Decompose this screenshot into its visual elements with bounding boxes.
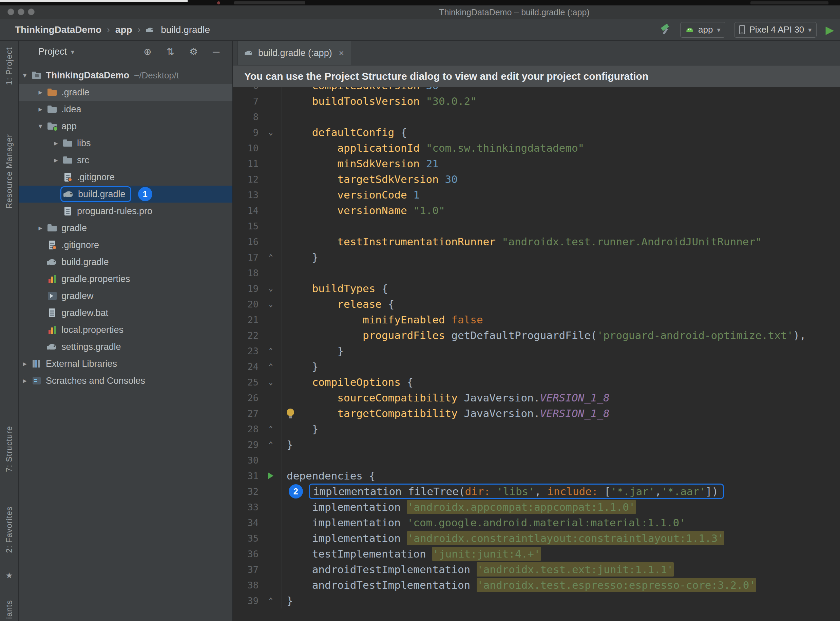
- fold-marker-icon[interactable]: ⌄: [260, 300, 282, 308]
- tree-item--gitignore[interactable]: .gitignore: [19, 169, 232, 186]
- tree-item--gitignore[interactable]: .gitignore: [19, 236, 232, 253]
- code-line-8[interactable]: 8: [233, 109, 840, 124]
- code-line-26[interactable]: 26 sourceCompatibility JavaVersion.VERSI…: [233, 390, 840, 406]
- fold-marker-icon[interactable]: ⌄: [260, 129, 282, 136]
- tree-item-local-properties[interactable]: local.properties: [19, 321, 232, 338]
- code-line-27[interactable]: 27 targetCompatibility JavaVersion.VERSI…: [233, 406, 840, 421]
- code-line-21[interactable]: 21 minifyEnabled false: [233, 312, 840, 327]
- tree-item-src[interactable]: ▸src: [19, 152, 232, 169]
- fold-marker-icon[interactable]: ⌃: [260, 441, 282, 448]
- editor-tab-build-gradle[interactable]: build.gradle (:app) ×: [238, 41, 351, 65]
- chevron-right-icon[interactable]: ▸: [50, 156, 62, 164]
- code-text[interactable]: }: [282, 593, 840, 609]
- code-text[interactable]: [282, 452, 840, 468]
- code-line-38[interactable]: 38 androidTestImplementation 'androidx.t…: [233, 577, 840, 593]
- code-line-36[interactable]: 36 testImplementation 'junit:junit:4.+': [233, 546, 840, 562]
- code-text[interactable]: implementation fileTree(dir: 'libs', inc…: [282, 483, 840, 499]
- tree-item-gradlew-bat[interactable]: gradlew.bat: [19, 304, 232, 321]
- breadcrumb-module[interactable]: app: [115, 24, 132, 35]
- code-text[interactable]: androidTestImplementation 'androidx.test…: [282, 562, 840, 577]
- tree-item-build-gradle[interactable]: build.gradle1: [19, 186, 232, 203]
- code-text[interactable]: release {: [282, 296, 840, 312]
- code-line-23[interactable]: 23⌃ }: [233, 343, 840, 359]
- tool-button-variants-clipped[interactable]: iants: [5, 600, 14, 619]
- code-line-31[interactable]: 31dependencies {: [233, 468, 840, 483]
- code-text[interactable]: proguardFiles getDefaultProguardFile('pr…: [282, 327, 840, 343]
- fold-marker-icon[interactable]: ⌃: [260, 363, 282, 370]
- tree-item-proguard-rules-pro[interactable]: proguard-rules.pro: [19, 203, 232, 220]
- code-line-18[interactable]: 18: [233, 265, 840, 281]
- chevron-right-icon[interactable]: ▸: [34, 89, 47, 96]
- code-text[interactable]: implementation 'androidx.appcompat:appco…: [282, 499, 840, 515]
- code-text[interactable]: targetSdkVersion 30: [282, 171, 840, 187]
- code-text[interactable]: testImplementation 'junit:junit:4.+': [282, 546, 840, 562]
- tree-item-libs[interactable]: ▸libs: [19, 135, 232, 152]
- tree-item-gradle[interactable]: ▸gradle: [19, 220, 232, 236]
- code-text[interactable]: androidTestImplementation 'androidx.test…: [282, 577, 840, 593]
- code-text[interactable]: }: [282, 359, 840, 374]
- code-text[interactable]: versionCode 1: [282, 187, 840, 203]
- tool-button-structure[interactable]: 7: Structure: [5, 426, 14, 472]
- zoom-window-button[interactable]: [28, 9, 35, 15]
- code-text[interactable]: [282, 109, 840, 124]
- tool-button-favorites[interactable]: 2: Favorites: [5, 506, 14, 553]
- intention-bulb-icon[interactable]: [285, 408, 295, 420]
- code-text[interactable]: [282, 218, 840, 234]
- chevron-down-icon[interactable]: ▾: [34, 123, 47, 130]
- tree-item-settings-gradle[interactable]: settings.gradle: [19, 338, 232, 355]
- code-text[interactable]: applicationId "com.sw.thinkingdatademo": [282, 140, 840, 156]
- fold-marker-icon[interactable]: ⌃: [260, 347, 282, 354]
- code-text[interactable]: implementation 'com.google.android.mater…: [282, 515, 840, 530]
- fold-marker-icon[interactable]: ⌄: [260, 285, 282, 292]
- code-text[interactable]: }: [282, 343, 840, 359]
- chevron-right-icon[interactable]: ▸: [19, 360, 31, 368]
- code-line-11[interactable]: 11 minSdkVersion 21: [233, 156, 840, 171]
- code-line-10[interactable]: 10 applicationId "com.sw.thinkingdatadem…: [233, 140, 840, 156]
- code-text[interactable]: minSdkVersion 21: [282, 156, 840, 171]
- close-window-button[interactable]: [8, 9, 14, 15]
- code-text[interactable]: compileOptions {: [282, 374, 840, 390]
- code-line-34[interactable]: 34 implementation 'com.google.android.ma…: [233, 515, 840, 530]
- code-text[interactable]: versionName "1.0": [282, 203, 840, 218]
- code-lines[interactable]: 6 compileSdkVersion 307 buildToolsVersio…: [233, 65, 840, 609]
- code-text[interactable]: defaultConfig {: [282, 124, 840, 140]
- fold-marker-icon[interactable]: ⌃: [260, 425, 282, 433]
- build-hammer-icon[interactable]: [659, 24, 671, 36]
- tree-item-external-libraries[interactable]: ▸External Libraries: [19, 355, 232, 372]
- tree-item--idea[interactable]: ▸.idea: [19, 101, 232, 118]
- fold-marker-icon[interactable]: ⌃: [260, 253, 282, 261]
- code-text[interactable]: dependencies {: [282, 468, 840, 483]
- code-line-30[interactable]: 30: [233, 452, 840, 468]
- tool-button-project[interactable]: 1: Project: [5, 47, 14, 85]
- tree-item--gradle[interactable]: ▸.gradle: [19, 84, 232, 101]
- chevron-down-icon[interactable]: ▾: [19, 71, 31, 79]
- code-text[interactable]: buildTypes {: [282, 281, 840, 296]
- code-line-20[interactable]: 20⌄ release {: [233, 296, 840, 312]
- close-tab-icon[interactable]: ×: [339, 48, 344, 58]
- code-line-7[interactable]: 7 buildToolsVersion "30.0.2": [233, 93, 840, 109]
- code-line-32[interactable]: 32 implementation fileTree(dir: 'libs', …: [233, 483, 840, 499]
- code-line-39[interactable]: 39⌃}: [233, 593, 840, 609]
- tree-item-build-gradle[interactable]: build.gradle: [19, 253, 232, 270]
- code-text[interactable]: buildToolsVersion "30.0.2": [282, 93, 840, 109]
- code-line-35[interactable]: 35 implementation 'androidx.constraintla…: [233, 530, 840, 546]
- breadcrumb-file[interactable]: build.gradle: [161, 24, 210, 35]
- fold-marker-icon[interactable]: ⌃: [260, 597, 282, 604]
- fold-marker-icon[interactable]: ⌄: [260, 379, 282, 386]
- code-line-13[interactable]: 13 versionCode 1: [233, 187, 840, 203]
- tree-item-gradlew[interactable]: gradlew: [19, 288, 232, 304]
- chevron-right-icon[interactable]: ▸: [34, 224, 47, 232]
- code-line-37[interactable]: 37 androidTestImplementation 'androidx.t…: [233, 562, 840, 577]
- code-line-28[interactable]: 28⌃ }: [233, 421, 840, 437]
- tree-item-scratches-and-consoles[interactable]: ▸Scratches and Consoles: [19, 372, 232, 389]
- code-line-17[interactable]: 17⌃ }: [233, 250, 840, 265]
- code-text[interactable]: sourceCompatibility JavaVersion.VERSION_…: [282, 390, 840, 406]
- code-line-14[interactable]: 14 versionName "1.0": [233, 203, 840, 218]
- code-line-24[interactable]: 24⌃ }: [233, 359, 840, 374]
- project-view-selector[interactable]: Project ▾: [38, 47, 74, 57]
- settings-gear-icon[interactable]: ⚙: [189, 47, 198, 57]
- tree-item-thinkingdatademo[interactable]: ▾ThinkingDataDemo~/Desktop/t: [19, 67, 232, 84]
- tree-item-gradle-properties[interactable]: gradle.properties: [19, 270, 232, 288]
- chevron-right-icon[interactable]: ▸: [34, 106, 47, 113]
- minimize-window-button[interactable]: [18, 9, 24, 15]
